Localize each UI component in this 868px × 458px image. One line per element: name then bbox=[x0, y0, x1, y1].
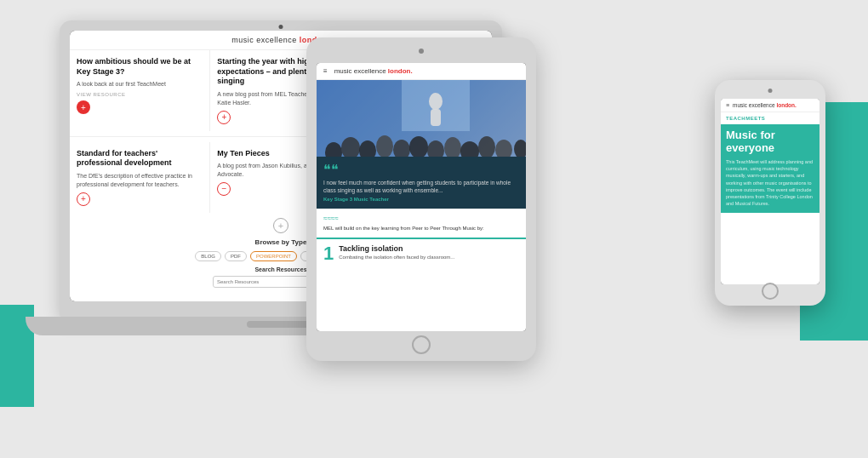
phone-logo-highlight: london. bbox=[776, 102, 796, 108]
phone-body: ≡ music excellence london. TEACHMEETS Mu… bbox=[715, 80, 825, 306]
article-5-minus[interactable]: − bbox=[217, 182, 231, 196]
tablet-quote-attr: Key Stage 3 Music Teacher bbox=[323, 197, 519, 202]
phone-main-title: Music for everyone bbox=[726, 129, 814, 155]
article-1-title: How ambitious should we be at Key Stage … bbox=[77, 57, 203, 77]
svg-point-14 bbox=[429, 93, 443, 110]
tablet-hero-image bbox=[317, 80, 526, 157]
article-2-plus[interactable]: + bbox=[217, 111, 231, 124]
phone-teachmeet-label: TEACHMEETS bbox=[721, 112, 819, 124]
tablet-classroom-svg bbox=[317, 80, 526, 157]
phone-device: ≡ music excellence london. TEACHMEETS Mu… bbox=[715, 80, 825, 306]
scene-container: music excellence london. ≡ How ambitious… bbox=[26, 12, 842, 446]
article-4-desc: The DfE's description of effective pract… bbox=[77, 172, 203, 189]
phone-camera bbox=[768, 89, 773, 93]
article-4-plus[interactable]: + bbox=[77, 192, 90, 206]
tablet-logo: music excellence london. bbox=[334, 67, 413, 75]
tablet-tackling: 1 Tackling isolation Combating the isola… bbox=[317, 238, 526, 268]
tablet-header: ≡ music excellence london. bbox=[317, 63, 526, 80]
phone-header: ≡ music excellence london. bbox=[721, 99, 819, 112]
laptop-article-4: Standard for teachers' professional deve… bbox=[70, 142, 210, 213]
tablet-menu-icon[interactable]: ≡ bbox=[323, 67, 328, 75]
phone-main-content: Music for everyone This TeachMeet will a… bbox=[721, 124, 819, 213]
browse-expand-button[interactable]: + bbox=[273, 218, 288, 233]
phone-screen: ≡ music excellence london. TEACHMEETS Mu… bbox=[721, 99, 819, 284]
phone-logo: music excellence london. bbox=[733, 102, 797, 108]
article-1-desc: A look back at our first TeachMeet bbox=[77, 80, 203, 89]
tablet-tackling-desc: Combating the isolation often faced by c… bbox=[339, 255, 519, 260]
phone-screen-border: ≡ music excellence london. TEACHMEETS Mu… bbox=[721, 99, 819, 284]
tablet-screen-border: ≡ music excellence london. bbox=[317, 63, 526, 331]
tablet-quote-text: I now feel much more confident when gett… bbox=[323, 179, 519, 194]
tablet-screen: ≡ music excellence london. bbox=[317, 63, 526, 331]
tablet-mel-text: MEL will build on the key learning from … bbox=[323, 225, 519, 232]
svg-rect-15 bbox=[431, 109, 441, 126]
tablet-tackling-title: Tackling isolation bbox=[339, 244, 519, 253]
svg-point-5 bbox=[376, 135, 393, 157]
article-1-link[interactable]: VIEW RESOURCE bbox=[77, 92, 203, 97]
tablet-mel-section: ≈≈≈≈ MEL will build on the key learning … bbox=[317, 209, 526, 237]
article-4-title: Standard for teachers' professional deve… bbox=[77, 149, 203, 169]
article-1-plus[interactable]: + bbox=[77, 100, 90, 114]
laptop-article-1: How ambitious should we be at Key Stage … bbox=[70, 50, 210, 131]
phone-menu-icon[interactable]: ≡ bbox=[726, 102, 729, 108]
tablet-camera bbox=[419, 49, 424, 54]
tablet-tackling-text: Tackling isolation Combating the isolati… bbox=[339, 244, 519, 260]
tablet-quote-mark: ❝❝ bbox=[323, 163, 519, 177]
tag-pdf[interactable]: PDF bbox=[225, 251, 247, 261]
laptop-camera bbox=[279, 25, 283, 29]
tablet-tackling-number: 1 bbox=[323, 244, 334, 263]
tablet-mel-wavy: ≈≈≈≈ bbox=[323, 215, 519, 222]
tag-blog[interactable]: BLOG bbox=[195, 251, 221, 261]
tablet-logo-highlight: london. bbox=[388, 67, 413, 75]
tag-powerpoint[interactable]: POWERPOINT bbox=[250, 251, 297, 261]
tablet-body: ≡ music excellence london. bbox=[306, 37, 536, 361]
tablet-home-button[interactable] bbox=[412, 335, 431, 354]
phone-home-button[interactable] bbox=[762, 283, 779, 300]
phone-main-desc: This TeachMeet will address planning and… bbox=[726, 158, 814, 208]
tablet-device: ≡ music excellence london. bbox=[306, 37, 536, 361]
tablet-testimonial: ❝❝ I now feel much more confident when g… bbox=[317, 157, 526, 209]
